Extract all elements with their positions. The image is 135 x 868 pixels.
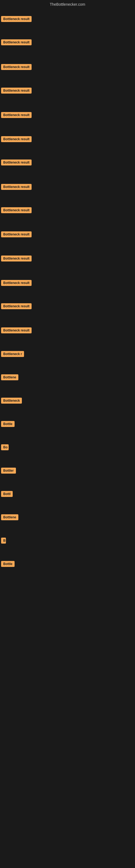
result-row-23: B bbox=[1, 538, 6, 545]
badges-container: Bottleneck resultBottleneck resultBottle… bbox=[0, 9, 135, 866]
bottleneck-badge-7[interactable]: Bottleneck result bbox=[1, 159, 32, 165]
result-row-20: Bottler bbox=[1, 468, 16, 475]
bottleneck-badge-15[interactable]: Bottleneck r bbox=[1, 351, 24, 357]
bottleneck-badge-20[interactable]: Bottler bbox=[1, 468, 16, 474]
result-row-15: Bottleneck r bbox=[1, 351, 24, 358]
bottleneck-badge-4[interactable]: Bottleneck result bbox=[1, 88, 32, 94]
bottleneck-badge-6[interactable]: Bottleneck result bbox=[1, 136, 32, 142]
bottleneck-badge-12[interactable]: Bottleneck result bbox=[1, 280, 32, 286]
bottleneck-badge-24[interactable]: Bottle bbox=[1, 561, 14, 567]
result-row-9: Bottleneck result bbox=[1, 207, 32, 214]
bottleneck-badge-21[interactable]: Bottl bbox=[1, 491, 13, 497]
result-row-16: Bottlene bbox=[1, 374, 18, 381]
bottleneck-badge-16[interactable]: Bottlene bbox=[1, 374, 18, 380]
result-row-24: Bottle bbox=[1, 561, 14, 568]
result-row-8: Bottleneck result bbox=[1, 184, 32, 191]
site-title: TheBottlenecker.com bbox=[0, 0, 135, 9]
bottleneck-badge-22[interactable]: Bottlene bbox=[1, 514, 18, 520]
bottleneck-badge-8[interactable]: Bottleneck result bbox=[1, 184, 32, 190]
result-row-14: Bottleneck result bbox=[1, 328, 32, 335]
result-row-7: Bottleneck result bbox=[1, 159, 32, 166]
bottleneck-badge-11[interactable]: Bottleneck result bbox=[1, 255, 32, 261]
result-row-10: Bottleneck result bbox=[1, 231, 32, 239]
bottleneck-badge-3[interactable]: Bottleneck result bbox=[1, 64, 32, 70]
result-row-3: Bottleneck result bbox=[1, 64, 32, 71]
result-row-4: Bottleneck result bbox=[1, 88, 32, 95]
bottleneck-badge-19[interactable]: Bo bbox=[1, 444, 9, 450]
result-row-19: Bo bbox=[1, 444, 9, 452]
bottleneck-badge-1[interactable]: Bottleneck result bbox=[1, 16, 32, 22]
bottleneck-badge-5[interactable]: Bottleneck result bbox=[1, 112, 32, 118]
result-row-2: Bottleneck result bbox=[1, 39, 32, 46]
result-row-5: Bottleneck result bbox=[1, 112, 32, 119]
result-row-21: Bottl bbox=[1, 491, 13, 498]
result-row-1: Bottleneck result bbox=[1, 16, 32, 23]
bottleneck-badge-9[interactable]: Bottleneck result bbox=[1, 207, 32, 213]
bottleneck-badge-18[interactable]: Bottle bbox=[1, 421, 14, 427]
result-row-17: Bottleneck bbox=[1, 398, 22, 405]
bottleneck-badge-14[interactable]: Bottleneck result bbox=[1, 328, 32, 333]
bottleneck-badge-2[interactable]: Bottleneck result bbox=[1, 39, 32, 45]
result-row-6: Bottleneck result bbox=[1, 136, 32, 143]
result-row-22: Bottlene bbox=[1, 514, 18, 521]
bottleneck-badge-13[interactable]: Bottleneck result bbox=[1, 303, 32, 309]
bottleneck-badge-10[interactable]: Bottleneck result bbox=[1, 231, 32, 237]
result-row-13: Bottleneck result bbox=[1, 303, 32, 310]
result-row-12: Bottleneck result bbox=[1, 280, 32, 287]
result-row-18: Bottle bbox=[1, 421, 14, 428]
bottleneck-badge-17[interactable]: Bottleneck bbox=[1, 398, 22, 404]
result-row-11: Bottleneck result bbox=[1, 255, 32, 262]
bottleneck-badge-23[interactable]: B bbox=[1, 538, 6, 544]
